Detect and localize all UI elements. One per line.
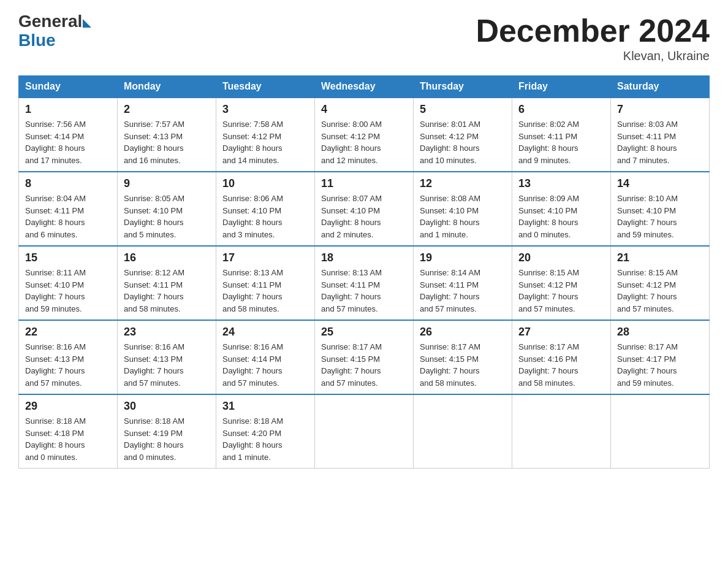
day-number: 10 — [222, 177, 308, 190]
logo: General Blue — [18, 12, 91, 50]
calendar-cell: 5Sunrise: 8:01 AMSunset: 4:12 PMDaylight… — [414, 98, 512, 172]
day-info: Sunrise: 8:10 AMSunset: 4:10 PMDaylight:… — [617, 193, 703, 240]
calendar-cell: 19Sunrise: 8:14 AMSunset: 4:11 PMDayligh… — [414, 246, 512, 320]
calendar-cell: 4Sunrise: 8:00 AMSunset: 4:12 PMDaylight… — [315, 98, 414, 172]
day-info: Sunrise: 8:13 AMSunset: 4:11 PMDaylight:… — [321, 267, 407, 315]
day-number: 3 — [222, 103, 308, 116]
day-number: 15 — [25, 251, 111, 264]
calendar-week-row: 15Sunrise: 8:11 AMSunset: 4:10 PMDayligh… — [19, 246, 710, 320]
calendar-cell: 31Sunrise: 8:18 AMSunset: 4:20 PMDayligh… — [216, 394, 315, 469]
calendar-cell: 28Sunrise: 8:17 AMSunset: 4:17 PMDayligh… — [611, 320, 710, 394]
calendar-cell: 23Sunrise: 8:16 AMSunset: 4:13 PMDayligh… — [118, 320, 216, 394]
day-info: Sunrise: 8:00 AMSunset: 4:12 PMDaylight:… — [321, 118, 407, 166]
day-info: Sunrise: 8:08 AMSunset: 4:10 PMDaylight:… — [420, 193, 506, 240]
day-info: Sunrise: 8:15 AMSunset: 4:12 PMDaylight:… — [518, 267, 604, 315]
day-info: Sunrise: 8:17 AMSunset: 4:16 PMDaylight:… — [518, 341, 604, 389]
day-number: 9 — [124, 177, 210, 190]
logo-line1: General — [18, 12, 91, 31]
calendar-week-row: 22Sunrise: 8:16 AMSunset: 4:13 PMDayligh… — [19, 320, 710, 394]
calendar-cell: 7Sunrise: 8:03 AMSunset: 4:11 PMDaylight… — [611, 98, 710, 172]
day-number: 24 — [222, 326, 308, 339]
day-number: 5 — [420, 103, 506, 116]
day-number: 7 — [617, 103, 703, 116]
day-number: 18 — [321, 251, 407, 264]
calendar-cell — [611, 394, 710, 469]
col-saturday: Saturday — [611, 76, 710, 98]
logo-line2: Blue — [18, 31, 91, 50]
day-number: 25 — [321, 326, 407, 339]
day-info: Sunrise: 8:18 AMSunset: 4:18 PMDaylight:… — [25, 415, 111, 463]
calendar-cell: 12Sunrise: 8:08 AMSunset: 4:10 PMDayligh… — [414, 172, 512, 246]
day-info: Sunrise: 8:03 AMSunset: 4:11 PMDaylight:… — [617, 118, 703, 166]
location-label: Klevan, Ukraine — [476, 49, 710, 63]
calendar-header-row: Sunday Monday Tuesday Wednesday Thursday… — [19, 76, 710, 98]
day-info: Sunrise: 8:15 AMSunset: 4:12 PMDaylight:… — [617, 267, 703, 315]
calendar-cell: 27Sunrise: 8:17 AMSunset: 4:16 PMDayligh… — [512, 320, 611, 394]
day-info: Sunrise: 8:02 AMSunset: 4:11 PMDaylight:… — [518, 118, 604, 166]
calendar-cell: 24Sunrise: 8:16 AMSunset: 4:14 PMDayligh… — [216, 320, 315, 394]
calendar-cell: 26Sunrise: 8:17 AMSunset: 4:15 PMDayligh… — [414, 320, 512, 394]
day-info: Sunrise: 8:05 AMSunset: 4:10 PMDaylight:… — [124, 193, 210, 240]
calendar-cell: 16Sunrise: 8:12 AMSunset: 4:11 PMDayligh… — [118, 246, 216, 320]
col-tuesday: Tuesday — [216, 76, 315, 98]
logo-general-text: General — [18, 12, 82, 31]
day-number: 6 — [518, 103, 604, 116]
day-number: 28 — [617, 326, 703, 339]
day-info: Sunrise: 8:09 AMSunset: 4:10 PMDaylight:… — [518, 193, 604, 240]
day-info: Sunrise: 8:12 AMSunset: 4:11 PMDaylight:… — [124, 267, 210, 315]
calendar-cell — [315, 394, 414, 469]
calendar-cell — [512, 394, 611, 469]
calendar-cell: 14Sunrise: 8:10 AMSunset: 4:10 PMDayligh… — [611, 172, 710, 246]
calendar-cell: 15Sunrise: 8:11 AMSunset: 4:10 PMDayligh… — [19, 246, 118, 320]
day-number: 13 — [518, 177, 604, 190]
day-number: 12 — [420, 177, 506, 190]
calendar-cell: 6Sunrise: 8:02 AMSunset: 4:11 PMDaylight… — [512, 98, 611, 172]
calendar-table: Sunday Monday Tuesday Wednesday Thursday… — [18, 75, 710, 469]
calendar-cell: 22Sunrise: 8:16 AMSunset: 4:13 PMDayligh… — [19, 320, 118, 394]
day-info: Sunrise: 8:17 AMSunset: 4:15 PMDaylight:… — [420, 341, 506, 389]
day-info: Sunrise: 8:04 AMSunset: 4:11 PMDaylight:… — [25, 193, 111, 240]
logo-blue-text: Blue — [18, 31, 56, 50]
day-number: 30 — [124, 400, 210, 413]
logo-arrow-icon — [83, 19, 91, 28]
calendar-cell: 18Sunrise: 8:13 AMSunset: 4:11 PMDayligh… — [315, 246, 414, 320]
day-number: 2 — [124, 103, 210, 116]
day-number: 20 — [518, 251, 604, 264]
calendar-cell — [414, 394, 512, 469]
col-wednesday: Wednesday — [315, 76, 414, 98]
day-info: Sunrise: 8:18 AMSunset: 4:19 PMDaylight:… — [124, 415, 210, 463]
calendar-cell: 20Sunrise: 8:15 AMSunset: 4:12 PMDayligh… — [512, 246, 611, 320]
calendar-cell: 11Sunrise: 8:07 AMSunset: 4:10 PMDayligh… — [315, 172, 414, 246]
calendar-cell: 13Sunrise: 8:09 AMSunset: 4:10 PMDayligh… — [512, 172, 611, 246]
day-info: Sunrise: 8:16 AMSunset: 4:13 PMDaylight:… — [124, 341, 210, 389]
day-number: 26 — [420, 326, 506, 339]
calendar-week-row: 8Sunrise: 8:04 AMSunset: 4:11 PMDaylight… — [19, 172, 710, 246]
calendar-cell: 25Sunrise: 8:17 AMSunset: 4:15 PMDayligh… — [315, 320, 414, 394]
calendar-cell: 3Sunrise: 7:58 AMSunset: 4:12 PMDaylight… — [216, 98, 315, 172]
day-number: 4 — [321, 103, 407, 116]
day-number: 23 — [124, 326, 210, 339]
day-number: 31 — [222, 400, 308, 413]
day-number: 14 — [617, 177, 703, 190]
title-block: December 2024 Klevan, Ukraine — [476, 12, 710, 63]
page-header: General Blue December 2024 Klevan, Ukrai… — [18, 12, 710, 63]
day-info: Sunrise: 8:13 AMSunset: 4:11 PMDaylight:… — [222, 267, 308, 315]
day-number: 27 — [518, 326, 604, 339]
day-info: Sunrise: 8:14 AMSunset: 4:11 PMDaylight:… — [420, 267, 506, 315]
col-sunday: Sunday — [19, 76, 118, 98]
day-number: 19 — [420, 251, 506, 264]
col-thursday: Thursday — [414, 76, 512, 98]
calendar-cell: 1Sunrise: 7:56 AMSunset: 4:14 PMDaylight… — [19, 98, 118, 172]
day-info: Sunrise: 8:18 AMSunset: 4:20 PMDaylight:… — [222, 415, 308, 463]
calendar-cell: 17Sunrise: 8:13 AMSunset: 4:11 PMDayligh… — [216, 246, 315, 320]
calendar-cell: 2Sunrise: 7:57 AMSunset: 4:13 PMDaylight… — [118, 98, 216, 172]
day-info: Sunrise: 8:06 AMSunset: 4:10 PMDaylight:… — [222, 193, 308, 240]
day-number: 11 — [321, 177, 407, 190]
calendar-cell: 30Sunrise: 8:18 AMSunset: 4:19 PMDayligh… — [118, 394, 216, 469]
day-info: Sunrise: 8:16 AMSunset: 4:13 PMDaylight:… — [25, 341, 111, 389]
day-number: 1 — [25, 103, 111, 116]
day-number: 8 — [25, 177, 111, 190]
day-info: Sunrise: 8:17 AMSunset: 4:17 PMDaylight:… — [617, 341, 703, 389]
day-info: Sunrise: 7:58 AMSunset: 4:12 PMDaylight:… — [222, 118, 308, 166]
calendar-cell: 29Sunrise: 8:18 AMSunset: 4:18 PMDayligh… — [19, 394, 118, 469]
